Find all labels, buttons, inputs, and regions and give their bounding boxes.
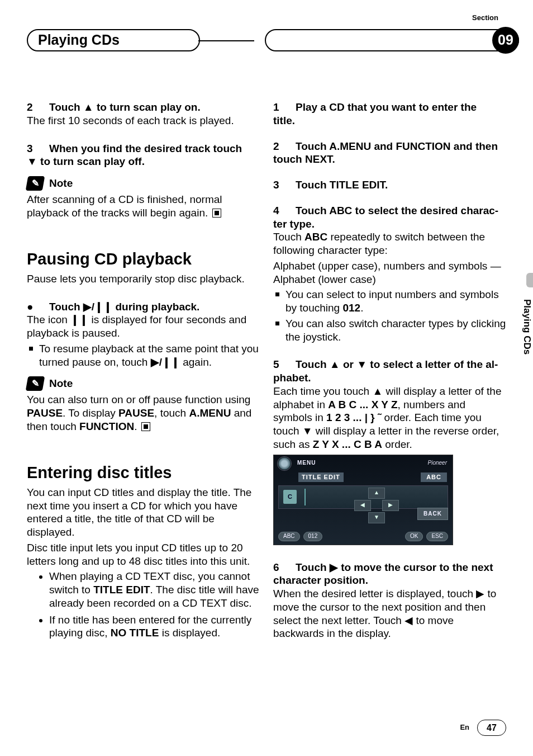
header-right-pill — [265, 29, 519, 51]
page-footer: En 47 — [460, 720, 506, 736]
esc-pill: ESC — [426, 532, 448, 541]
step-num: 4 — [273, 204, 296, 218]
pause-heading: Pausing CD playback — [27, 249, 260, 269]
step-sub: You can select to input numbers and symb… — [273, 288, 506, 315]
chapter-title-pill: Playing CDs — [27, 29, 200, 51]
step-head: When you find the desired track touch — [49, 142, 242, 155]
step-body: When the desired letter is displayed, to… — [273, 587, 506, 640]
back-button: BACK — [417, 508, 448, 521]
page-header: Section Playing CDs 09 — [0, 0, 533, 56]
step-num: 5 — [273, 358, 296, 371]
lang-label: En — [460, 723, 469, 732]
step-head-cont: phabet. — [273, 371, 506, 385]
note-label: Note — [49, 177, 73, 190]
step-head: Touch TITLE EDIT. — [296, 178, 388, 192]
entering-heading: Entering disc titles — [27, 462, 260, 483]
step-head: Touch ▲ or ▼ to select a letter of the a… — [296, 358, 498, 371]
list-item: When playing a CD TEXT disc, you cannot … — [49, 570, 260, 609]
bullet-icon: ● — [27, 300, 49, 314]
pencil-icon: ✎ — [26, 176, 45, 191]
side-tab: Playing CDs — [516, 291, 533, 363]
entering-list: When playing a CD TEXT disc, you cannot … — [27, 570, 260, 640]
step-head-cont: title. — [273, 114, 506, 127]
012-pill: 012 — [303, 532, 323, 541]
step-body: The first 10 seconds of each track is pl… — [27, 114, 260, 127]
step-head: Touch ▲ to turn scan play on. — [49, 101, 201, 114]
pencil-icon: ✎ — [26, 376, 45, 391]
step-head-cont: ▼ to turn scan play off. — [27, 155, 260, 168]
caret-icon — [298, 489, 306, 505]
page-number: 47 — [477, 720, 506, 736]
right-column: 1Play a CD that you want to enter the ti… — [273, 101, 506, 643]
step-body: Touch ABC repeatedly to switch between t… — [273, 230, 506, 257]
step-head: Touch ▶/❙❙ during playback. — [49, 300, 199, 314]
screen-illustration: MENU Pioneer TITLE EDIT ABC C ▲ ▼ ◀ ▶ BA… — [273, 455, 453, 545]
step-head-cont: ter type. — [273, 218, 506, 231]
entering-body: Disc title input lets you input CD title… — [27, 541, 260, 568]
title-edit-label: TITLE EDIT — [298, 472, 344, 483]
abc-pill: ABC — [278, 532, 300, 541]
step-num: 3 — [27, 142, 49, 155]
step-head: Play a CD that you want to enter the — [296, 101, 477, 114]
step-num: 6 — [273, 561, 296, 574]
pause-sub: To resume playback at the same point tha… — [27, 342, 260, 369]
end-mark-icon — [212, 209, 221, 218]
step-body: Each time you touch ▲ will display a let… — [273, 385, 506, 451]
step-head: Touch A.MENU and FUNCTION and then — [296, 140, 498, 153]
brand-label: Pioneer — [428, 460, 447, 467]
step-head-cont: character position. — [273, 574, 506, 587]
step-head: Touch ABC to select the desired charac- — [296, 204, 498, 218]
right-arrow-icon: ▶ — [382, 500, 399, 511]
disc-icon — [277, 456, 292, 471]
pause-body: The icon ❙❙ is displayed for four second… — [27, 313, 260, 340]
header-rule — [198, 40, 254, 41]
section-number-badge: 09 — [492, 27, 519, 54]
step-num: 3 — [273, 178, 296, 192]
step-num: 1 — [273, 101, 296, 114]
left-arrow-icon: ◀ — [354, 500, 371, 511]
step-body: Alphabet (upper case), numbers and symbo… — [273, 259, 506, 286]
entering-body: You can input CD titles and display the … — [27, 486, 260, 539]
note-body: After scanning of a CD is finished, norm… — [27, 193, 260, 220]
pause-intro: Pause lets you temporarily stop disc pla… — [27, 272, 260, 286]
left-column: 2Touch ▲ to turn scan play on. The first… — [27, 101, 260, 643]
up-arrow-icon: ▲ — [368, 488, 385, 499]
abc-label: ABC — [421, 472, 447, 483]
note-label: Note — [49, 377, 73, 390]
note-body: You can also turn on or off pause functi… — [27, 393, 260, 433]
end-mark-icon — [141, 422, 150, 431]
cursor-letter: C — [283, 490, 297, 504]
step-sub: You can also switch character types by c… — [273, 317, 506, 344]
note-heading: ✎ Note — [27, 176, 260, 191]
note-heading: ✎ Note — [27, 376, 260, 391]
arrow-pad: ▲ ▼ ◀ ▶ — [354, 488, 398, 523]
step-num: 2 — [27, 101, 49, 114]
menu-label: MENU — [297, 460, 316, 467]
step-num: 2 — [273, 140, 296, 153]
ok-pill: OK — [405, 532, 423, 541]
section-label: Section — [472, 13, 498, 22]
step-head-cont: touch NEXT. — [273, 153, 506, 166]
side-tab-bar — [526, 273, 533, 287]
down-arrow-icon: ▼ — [368, 512, 385, 523]
step-head: Touch ▶ to move the cursor to the next — [296, 561, 493, 574]
list-item: If no title has been entered for the cur… — [49, 613, 260, 640]
